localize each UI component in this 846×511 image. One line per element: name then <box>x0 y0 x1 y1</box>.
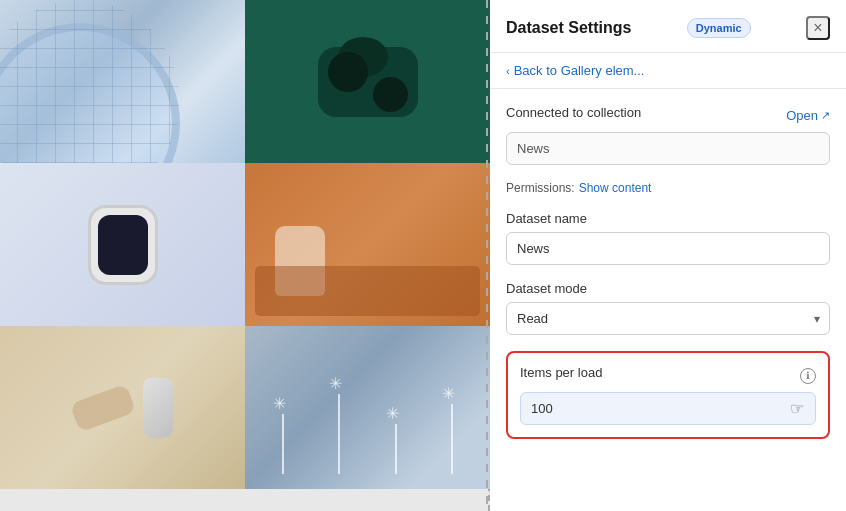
dataset-name-label: Dataset name <box>506 211 830 226</box>
chevron-left-icon: ‹ <box>506 65 510 77</box>
dataset-name-group: Dataset name <box>506 211 830 265</box>
panel-header: Dataset Settings Dynamic × <box>490 0 846 53</box>
permissions-row: Permissions: Show content <box>506 181 830 195</box>
gallery-cell-3 <box>0 163 245 326</box>
items-input-wrapper: ☞ <box>520 392 816 425</box>
items-per-load-group: Items per load ℹ ☞ <box>506 351 830 439</box>
gallery-cell-5 <box>0 326 245 489</box>
cursor-icon: ☞ <box>790 399 804 418</box>
back-link-label: Back to Gallery elem... <box>514 63 645 78</box>
permissions-label: Permissions: <box>506 181 575 195</box>
dataset-mode-select-wrapper: Read Write Read & Write ▾ <box>506 302 830 335</box>
collection-name-input[interactable] <box>506 132 830 165</box>
back-link[interactable]: ‹ Back to Gallery elem... <box>506 63 644 78</box>
dataset-mode-select[interactable]: Read Write Read & Write <box>506 302 830 335</box>
dataset-mode-group: Dataset mode Read Write Read & Write ▾ <box>506 281 830 335</box>
gallery-cell-1 <box>0 0 245 163</box>
gallery-panel <box>0 0 490 511</box>
settings-panel: Dataset Settings Dynamic × ‹ Back to Gal… <box>490 0 846 511</box>
open-link[interactable]: Open ↗ <box>786 108 830 123</box>
dynamic-badge: Dynamic <box>687 18 751 38</box>
connected-collection-group: Connected to collection Open ↗ <box>506 105 830 165</box>
dataset-name-input[interactable] <box>506 232 830 265</box>
gallery-cell-4 <box>245 163 490 326</box>
panel-body: Connected to collection Open ↗ Permissio… <box>490 89 846 511</box>
items-per-load-input[interactable] <box>520 392 816 425</box>
open-label: Open <box>786 108 818 123</box>
collection-row: Connected to collection Open ↗ <box>506 105 830 126</box>
close-button[interactable]: × <box>806 16 830 40</box>
gallery-cell-2 <box>245 0 490 163</box>
external-link-icon: ↗ <box>821 109 830 122</box>
info-icon[interactable]: ℹ <box>800 368 816 384</box>
connected-to-label: Connected to collection <box>506 105 641 120</box>
gallery-cell-6 <box>245 326 490 489</box>
items-per-load-label: Items per load <box>520 365 602 380</box>
panel-title: Dataset Settings <box>506 19 631 37</box>
back-nav: ‹ Back to Gallery elem... <box>490 53 846 89</box>
items-label-row: Items per load ℹ <box>520 365 816 386</box>
dataset-mode-label: Dataset mode <box>506 281 830 296</box>
show-content-link[interactable]: Show content <box>579 181 652 195</box>
